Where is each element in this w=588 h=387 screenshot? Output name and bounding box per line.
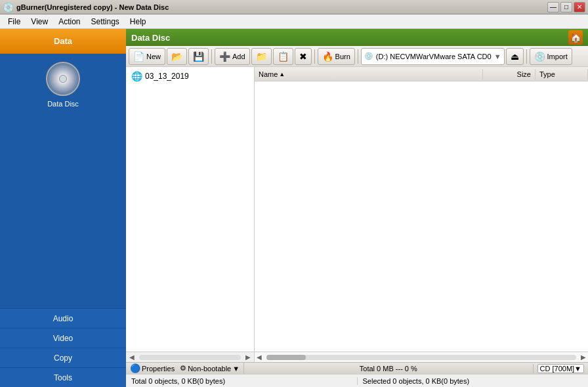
nonbootable-arrow: ▼ <box>232 365 240 373</box>
toolbar-sep-3 <box>358 49 358 64</box>
hscroll-thumb[interactable] <box>266 355 306 360</box>
menu-action[interactable]: Action <box>53 16 85 28</box>
save-button[interactable]: 💾 <box>188 48 209 65</box>
cd-dropdown-arrow: ▼ <box>574 365 581 373</box>
status-right: Selected 0 objects, 0 KB(0 bytes) <box>358 377 589 385</box>
drive-dropdown-arrow: ▼ <box>494 53 501 60</box>
copy-icon: 📋 <box>278 51 289 62</box>
hscroll-left-arrow[interactable]: ◀ <box>127 353 136 361</box>
cd-dropdown[interactable]: CD [700M] ▼ <box>537 364 584 373</box>
bottom-status: Total 0 objects, 0 KB(0 bytes) Selected … <box>126 374 588 387</box>
close-button[interactable]: ✕ <box>574 2 585 12</box>
col-name-header: Name ▲ <box>255 69 483 80</box>
save-icon: 💾 <box>193 51 204 62</box>
new-label: New <box>146 53 161 60</box>
menu-settings[interactable]: Settings <box>86 16 125 28</box>
title-bar-text: gBurner(Unregistered copy) - New Data Di… <box>16 3 169 11</box>
menu-help[interactable]: Help <box>125 16 152 28</box>
eject-icon: ⏏ <box>511 51 519 62</box>
menu-bar: File View Action Settings Help <box>0 14 588 29</box>
sidebar-tools-button[interactable]: Tools <box>0 367 126 387</box>
maximize-button[interactable]: □ <box>560 2 572 12</box>
sort-asc-icon: ▲ <box>279 71 285 78</box>
sidebar-data-label: Data Disc <box>47 100 79 108</box>
title-bar-left: 💿 gBurner(Unregistered copy) - New Data … <box>3 2 169 12</box>
nonbootable-label: Non-bootable <box>188 365 231 373</box>
hscroll-area: ◀ ▶ ◀ ▶ <box>126 352 588 362</box>
sidebar: Data Data Disc Audio Video Copy Tools <box>0 29 126 387</box>
sidebar-data-button[interactable]: Data <box>0 29 126 54</box>
sidebar-copy-button[interactable]: Copy <box>0 348 126 367</box>
burn-icon: 🔥 <box>322 51 333 62</box>
import-button[interactable]: 💿 Import <box>530 48 572 65</box>
import-icon: 💿 <box>534 51 545 62</box>
burn-label: Burn <box>335 53 350 60</box>
open-icon: 📂 <box>171 51 182 62</box>
eject-button[interactable]: ⏏ <box>506 48 524 65</box>
col-type-header: Type <box>536 69 588 80</box>
toolbar-sep-2 <box>314 49 315 64</box>
add-button[interactable]: ➕ Add <box>215 48 250 65</box>
add-label: Add <box>232 53 245 60</box>
menu-view[interactable]: View <box>26 16 53 28</box>
hscroll-left-right-arrow[interactable]: ▶ <box>243 353 253 361</box>
drive-icon: 💿 <box>364 52 373 60</box>
col-size-label: Size <box>517 70 531 78</box>
new-button[interactable]: 📄 New <box>129 48 165 65</box>
cd-label: CD [700M] <box>540 365 575 373</box>
drive-selector[interactable]: 💿 (D:) NECVMWarVMware SATA CD0 ▼ <box>361 48 505 65</box>
open-folder-icon: 📁 <box>256 51 267 62</box>
delete-button[interactable]: ✖ <box>295 48 312 65</box>
main-layout: Data Data Disc Audio Video Copy Tools Da… <box>0 29 588 387</box>
disc-inner <box>59 75 67 83</box>
sidebar-audio-button[interactable]: Audio <box>0 308 126 328</box>
nonbootable-icon: ⚙ <box>180 364 186 373</box>
open-folder-button[interactable]: 📁 <box>251 48 272 65</box>
hscroll-right-track[interactable] <box>266 355 576 360</box>
file-tree: 🌐 03_13_2019 <box>126 67 255 352</box>
status-bar-content: 🔵 Properties ⚙ Non-bootable ▼ Total 0 MB… <box>126 362 588 374</box>
nonbootable-button[interactable]: ⚙ Non-bootable ▼ <box>180 364 240 373</box>
app-icon: 💿 <box>3 2 14 12</box>
content-header: Data Disc 🏠 <box>126 29 588 46</box>
status-left: Total 0 objects, 0 KB(0 bytes) <box>126 377 358 385</box>
tree-item-icon: 🌐 <box>131 71 142 81</box>
sidebar-icon-area: Data Disc <box>0 54 126 308</box>
hscroll-right-arrow[interactable]: ▶ <box>579 353 588 361</box>
copy-button[interactable]: 📋 <box>273 48 293 65</box>
minimize-button[interactable]: — <box>547 2 559 12</box>
import-label: Import <box>547 53 568 60</box>
title-bar-controls: — □ ✕ <box>547 2 585 12</box>
hscroll-left-track[interactable] <box>139 355 241 360</box>
file-area: 🌐 03_13_2019 Name ▲ Size Type <box>126 67 588 352</box>
delete-icon: ✖ <box>299 51 307 62</box>
new-icon: 📄 <box>133 51 144 62</box>
file-list-header: Name ▲ Size Type <box>255 67 588 81</box>
props-area: 🔵 Properties ⚙ Non-bootable ▼ <box>126 363 244 374</box>
open-button[interactable]: 📂 <box>167 48 187 65</box>
properties-icon: 🔵 <box>130 363 140 373</box>
properties-label: Properties <box>142 365 175 373</box>
drive-label: (D:) NECVMWarVMware SATA CD0 <box>376 53 492 60</box>
burn-button[interactable]: 🔥 Burn <box>318 48 355 65</box>
hscroll-right-left-arrow[interactable]: ◀ <box>255 353 264 361</box>
content-area: Data Disc 🏠 📄 New 📂 💾 ➕ Add <box>126 29 588 387</box>
content-header-title: Data Disc <box>131 33 170 43</box>
file-list: Name ▲ Size Type <box>255 67 588 352</box>
properties-button[interactable]: 🔵 Properties <box>130 363 175 373</box>
toolbar: 📄 New 📂 💾 ➕ Add 📁 📋 <box>126 46 588 67</box>
sidebar-video-button[interactable]: Video <box>0 328 126 348</box>
cd-info: CD [700M] ▼ <box>533 364 588 373</box>
tree-item-label: 03_13_2019 <box>145 72 189 81</box>
col-type-label: Type <box>539 70 555 78</box>
tree-item-root[interactable]: 🌐 03_13_2019 <box>129 70 251 83</box>
title-bar: 💿 gBurner(Unregistered copy) - New Data … <box>0 0 588 14</box>
menu-file[interactable]: File <box>3 16 26 28</box>
col-size-header: Size <box>483 69 536 80</box>
col-name-label: Name <box>259 70 278 78</box>
toolbar-sep-1 <box>211 49 212 64</box>
home-button[interactable]: 🏠 <box>568 30 583 45</box>
total-info: Total 0 MB --- 0 % <box>244 365 532 373</box>
hscroll-left: ◀ ▶ <box>126 352 255 363</box>
hscroll-right: ◀ ▶ <box>255 352 588 363</box>
